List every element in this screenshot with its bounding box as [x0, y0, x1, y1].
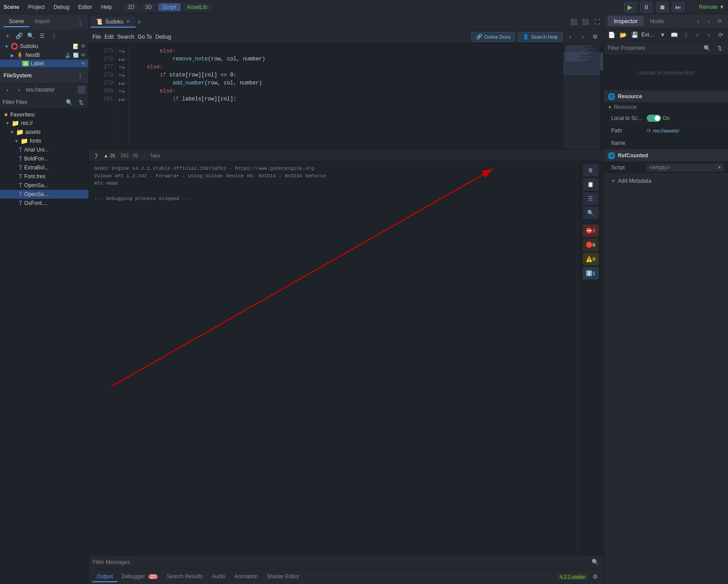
fs-item-opensan2[interactable]: T OpenSa... — [0, 190, 88, 199]
inspector-doc-button[interactable]: 📖 — [669, 30, 679, 40]
menu-debug-item[interactable]: Debug — [155, 34, 171, 40]
menu-file[interactable]: File — [92, 34, 101, 40]
console-filter-button[interactable]: ☰ — [583, 192, 599, 205]
inspector-resource-icon[interactable]: 📄 — [607, 30, 617, 40]
filter-scene-button[interactable]: ☰ — [37, 31, 47, 40]
scene-three-dots-button[interactable]: ⋮ — [75, 17, 85, 27]
scene-item-nextb[interactable]: ▶ 🧍 NextB ⚓ 🔄 👁 — [0, 51, 88, 60]
pause-button[interactable]: ⏸ — [640, 2, 652, 12]
code-content[interactable]: else: remove_note(row, col, number) else… — [129, 44, 564, 149]
scrollbar-thumb[interactable] — [600, 52, 603, 70]
refcounted-section-header[interactable]: 🌐 RefCounted — [604, 150, 728, 161]
mode-script-button[interactable]: Script — [158, 3, 181, 11]
inspector-more-button[interactable]: ⋮ — [681, 30, 691, 40]
doc-nav-next-button[interactable]: › — [578, 32, 588, 42]
error-count-button[interactable]: ⛔ 3 — [583, 224, 599, 237]
fs-three-dots-button[interactable]: ⋮ — [75, 71, 85, 80]
add-node-button[interactable]: + — [3, 31, 12, 40]
fs-item-boldfon[interactable]: T BoldFon... — [0, 154, 88, 163]
fs-item-res[interactable]: ▼ 📁 res:// — [0, 119, 88, 128]
mode-2d-button[interactable]: 2D — [123, 3, 139, 11]
fs-item-opensan1[interactable]: T OpenSa... — [0, 181, 88, 190]
menu-debug[interactable]: Debug — [54, 4, 69, 10]
console-copy-button[interactable]: 📋 — [583, 178, 599, 191]
fs-filter-search-button[interactable]: 🔍 — [64, 97, 74, 107]
fs-item-assets[interactable]: ▼ 📁 assets — [0, 128, 88, 136]
add-metadata-button[interactable]: + Add Metadata — [604, 174, 728, 188]
menu-help[interactable]: Help — [101, 4, 112, 10]
filter-messages-search-button[interactable]: 🔍 — [590, 557, 600, 567]
menu-scene[interactable]: Scene — [4, 4, 19, 10]
scene-item-sudoku[interactable]: ▼ ⭕ Sudoku 📝 👁 — [0, 42, 88, 51]
inspector-nav-left-button[interactable]: ‹ — [692, 30, 702, 40]
editor-next-nav-button[interactable]: ⬛ — [581, 17, 590, 27]
fs-forward-button[interactable]: › — [14, 85, 24, 95]
stop-button[interactable]: ⏹ — [656, 2, 668, 12]
fs-layout-toggle[interactable] — [78, 86, 86, 94]
inspector-back-button[interactable]: ‹ — [693, 16, 703, 26]
tab-scene[interactable]: Scene — [4, 16, 29, 27]
fs-item-extrabold[interactable]: T ExtraBol... — [0, 163, 88, 172]
doc-nav-prev-button[interactable]: ‹ — [565, 32, 575, 42]
path-reload-button[interactable]: ⟳ — [647, 128, 651, 134]
inspector-reload-button[interactable]: ⟳ — [716, 30, 725, 40]
fs-item-fonts[interactable]: ▼ 📁 fonts — [0, 136, 88, 145]
fs-filter-sort-button[interactable]: ⇅ — [76, 97, 86, 107]
inspector-forward-button[interactable]: › — [704, 16, 714, 26]
online-docs-button[interactable]: 🔗 Online Docs — [471, 32, 516, 42]
step-button[interactable]: ⏭ — [672, 2, 684, 12]
console-search-button[interactable]: 🔍 — [583, 207, 599, 219]
tab-audio[interactable]: Audio — [207, 572, 230, 582]
link-button[interactable]: 🔗 — [14, 31, 24, 40]
filter-props-sort-button[interactable]: ⇅ — [715, 43, 724, 53]
editor-tab-close-button[interactable]: ✕ — [126, 19, 130, 24]
scene-options-button[interactable]: ⋮ — [49, 31, 59, 40]
warning-count-button[interactable]: ⚠️ 0 — [583, 253, 599, 265]
menu-edit[interactable]: Edit — [104, 34, 114, 40]
menu-project[interactable]: Project — [28, 4, 44, 10]
fs-item-fonttres[interactable]: T Font.tres — [0, 172, 88, 181]
tab-filesystem[interactable]: FileSystem — [4, 72, 32, 79]
inspector-open-button[interactable]: 📂 — [618, 30, 628, 40]
inspector-save-button[interactable]: 💾 — [630, 30, 640, 40]
inspector-filename-dropdown-button[interactable]: ▼ — [658, 30, 668, 40]
fs-item-arialuni[interactable]: T Arial Uni... — [0, 145, 88, 154]
menu-search[interactable]: Search — [117, 34, 134, 40]
menu-editor[interactable]: Editor — [78, 4, 92, 10]
stop-count-button[interactable]: 🛑 0 — [583, 239, 599, 251]
doc-options-button[interactable]: ⚙ — [590, 32, 600, 42]
tab-output[interactable]: Output — [92, 572, 117, 582]
tab-import[interactable]: Import — [29, 16, 55, 27]
tab-search-results[interactable]: Search Results — [162, 572, 207, 582]
tab-shader-editor[interactable]: Shader Editor — [263, 572, 304, 582]
scene-item-label[interactable]: ▶ A Label 👁 — [0, 60, 88, 68]
search-help-button[interactable]: 👤 Search Help — [518, 32, 563, 42]
bottom-options-button[interactable]: ⚙ — [590, 572, 600, 582]
local-to-scene-toggle[interactable] — [647, 115, 661, 122]
editor-fullscreen-button[interactable]: ⛶ — [592, 17, 602, 27]
code-area[interactable]: 275 276 277 278 279 280 281 ▼▶ ▶▶ ▼▶ ▼▶ — [89, 44, 604, 149]
tab-animation[interactable]: Animation — [230, 572, 262, 582]
filter-props-search-button[interactable]: 🔍 — [702, 43, 712, 53]
mode-assetlib-button[interactable]: AssetLib — [183, 3, 212, 11]
info-count-button[interactable]: ℹ️ 1 — [583, 267, 599, 280]
tab-debugger[interactable]: Debugger 27 — [117, 572, 162, 582]
fs-item-osfont[interactable]: T OsFont.... — [0, 199, 88, 208]
code-minimap[interactable] — [564, 44, 599, 149]
inspector-nav-right-button[interactable]: › — [704, 30, 714, 40]
vertical-scrollbar[interactable] — [599, 44, 604, 149]
play-button[interactable]: ▶ — [624, 2, 637, 12]
menu-goto[interactable]: Go To — [138, 34, 152, 40]
add-tab-button[interactable]: + — [137, 18, 141, 26]
mode-3d-button[interactable]: 3D — [140, 3, 156, 11]
tab-node[interactable]: Node — [644, 16, 670, 26]
status-expand-icon[interactable]: ❯ — [94, 152, 98, 158]
inspector-history-button[interactable]: ⟳ — [715, 16, 724, 26]
console-clear-button[interactable]: 🗑 — [583, 164, 599, 176]
resource-section-header[interactable]: 🌐 Resource — [604, 91, 728, 102]
tab-inspector[interactable]: Inspector — [608, 16, 644, 26]
script-select-dropdown[interactable]: <empty> ▼ — [647, 164, 724, 172]
remote-label[interactable]: Remote ▼ — [699, 4, 724, 10]
search-scene-button[interactable]: 🔍 — [26, 31, 36, 40]
fs-back-button[interactable]: ‹ — [3, 85, 12, 95]
